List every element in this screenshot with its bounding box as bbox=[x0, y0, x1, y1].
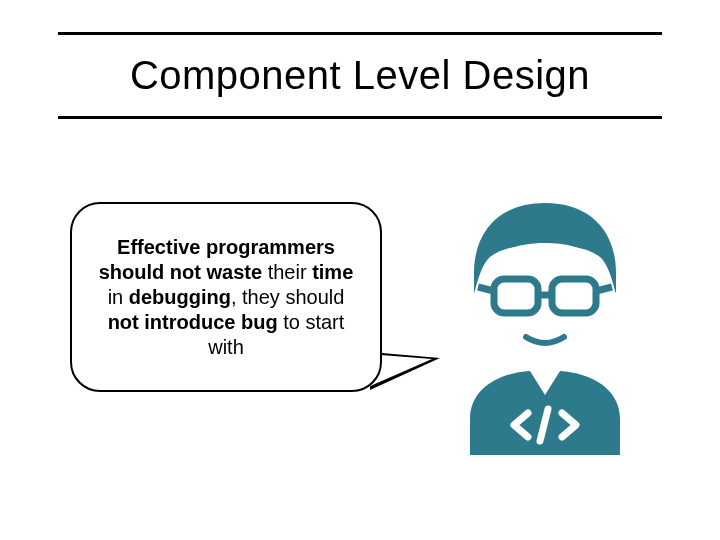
page-title: Component Level Design bbox=[58, 53, 662, 98]
divider-top bbox=[58, 32, 662, 35]
bubble-text-4: in bbox=[108, 286, 129, 308]
bubble-text-6: , they should bbox=[231, 286, 344, 308]
speech-bubble: Effective programmers should not waste t… bbox=[70, 202, 382, 392]
bubble-text-7: not introduce bug bbox=[108, 311, 278, 333]
programmer-avatar-icon bbox=[430, 195, 660, 455]
bubble-text-2: their bbox=[268, 261, 312, 283]
svg-line-5 bbox=[478, 287, 494, 291]
speech-bubble-body: Effective programmers should not waste t… bbox=[70, 202, 382, 392]
bubble-text-5: debugging bbox=[129, 286, 231, 308]
bubble-text-3: time bbox=[312, 261, 353, 283]
title-block: Component Level Design bbox=[58, 32, 662, 119]
speech-bubble-text: Effective programmers should not waste t… bbox=[98, 235, 354, 360]
svg-line-6 bbox=[596, 287, 612, 291]
divider-bottom bbox=[58, 116, 662, 119]
